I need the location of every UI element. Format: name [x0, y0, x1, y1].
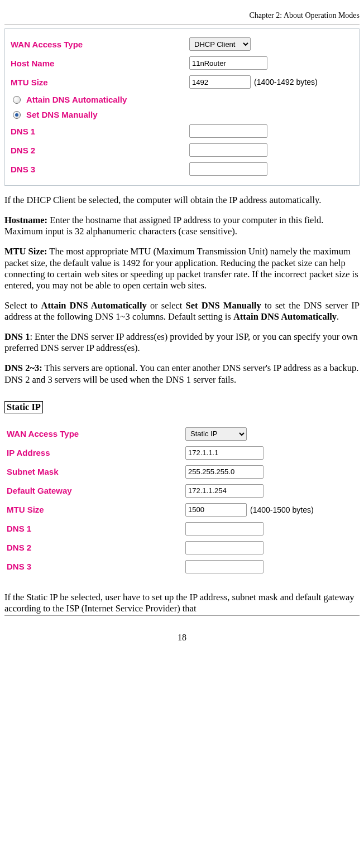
input-subnet-mask[interactable] — [185, 465, 264, 479]
label-static-wan-access-type: WAN Access Type — [6, 429, 185, 438]
header-rule — [4, 25, 360, 25]
row-default-gateway: Default Gateway — [6, 481, 358, 500]
row-dns2: DNS 2 — [9, 141, 355, 160]
para-dns23: DNS 2~3: This servers are optional. You … — [4, 363, 360, 385]
select-static-wan-access-type[interactable]: Static IP — [185, 427, 247, 441]
row-ip-address: IP Address — [6, 443, 358, 462]
label-static-dns1: DNS 1 — [6, 524, 185, 533]
text-dns23: This servers are optional. You can enter… — [4, 363, 358, 384]
text-dns-select-pre: Select to — [4, 300, 41, 311]
para-dns1: DNS 1: Enter the DNS server IP address(e… — [4, 331, 360, 354]
label-mtu-bold: MTU Size: — [4, 246, 47, 257]
input-static-mtu-size[interactable] — [185, 503, 247, 517]
label-static-mtu-size: MTU Size — [6, 505, 185, 514]
input-dns3[interactable] — [189, 162, 267, 176]
text-dns-select-mid: or select — [147, 300, 186, 311]
row-static-wan-access-type: WAN Access Type Static IP — [6, 425, 358, 443]
label-default-gateway: Default Gateway — [6, 486, 185, 495]
footer-rule — [4, 615, 360, 616]
row-radio-set-dns-manually: Set DNS Manually — [9, 107, 355, 122]
row-static-mtu-size: MTU Size (1400-1500 bytes) — [6, 500, 358, 519]
label-dns1: DNS 1 — [9, 127, 189, 136]
para-dhcp-intro: If the DHCP Client be selected, the comp… — [4, 195, 360, 206]
label-set-dns-manually: Set DNS Manually — [26, 110, 98, 119]
text-hostname: Enter the hostname that assigned IP addr… — [4, 215, 323, 237]
input-static-dns1[interactable] — [185, 522, 264, 536]
select-wan-access-type[interactable]: DHCP Client — [189, 37, 251, 51]
input-ip-address[interactable] — [185, 446, 264, 460]
label-static-dns3: DNS 3 — [6, 562, 185, 571]
page-number: 18 — [4, 633, 360, 643]
para-dns-select: Select to Attain DNS Automatically or se… — [4, 300, 360, 322]
label-wan-access-type: WAN Access Type — [9, 40, 189, 49]
label-host-name: Host Name — [9, 59, 189, 68]
label-attain-dns: Attain DNS Automatically — [26, 95, 127, 104]
row-dns3: DNS 3 — [9, 160, 355, 179]
row-subnet-mask: Subnet Mask — [6, 462, 358, 481]
hint-static-mtu-range: (1400-1500 bytes) — [250, 505, 314, 514]
row-static-dns2: DNS 2 — [6, 538, 358, 557]
label-hostname-bold: Hostname: — [4, 215, 47, 225]
para-static-intro: If the Static IP be selected, user have … — [4, 592, 360, 614]
input-static-dns3[interactable] — [185, 560, 264, 573]
dhcp-form-panel: WAN Access Type DHCP Client Host Name MT… — [4, 28, 360, 186]
row-wan-access-type: WAN Access Type DHCP Client — [9, 35, 355, 54]
text-dns-select-b2: Set DNS Manually — [186, 300, 261, 311]
label-subnet-mask: Subnet Mask — [6, 467, 185, 476]
text-dns-select-post2: . — [337, 311, 339, 322]
label-dns23-bold: DNS 2~3: — [4, 363, 42, 373]
label-static-dns2: DNS 2 — [6, 543, 185, 552]
label-ip-address: IP Address — [6, 448, 185, 457]
section-tag-static-ip: Static IP — [4, 401, 43, 413]
label-dns2: DNS 2 — [9, 146, 189, 155]
label-mtu-size: MTU Size — [9, 78, 189, 87]
input-dns1[interactable] — [189, 124, 267, 138]
label-dns1-bold: DNS 1 — [4, 331, 30, 342]
row-mtu-size: MTU Size (1400-1492 bytes) — [9, 73, 355, 91]
radio-set-dns-manually[interactable] — [13, 111, 21, 119]
para-hostname: Hostname: Enter the hostname that assign… — [4, 215, 360, 237]
chapter-header: Chapter 2: About Operation Modes — [4, 11, 360, 20]
row-static-dns1: DNS 1 — [6, 519, 358, 538]
input-static-dns2[interactable] — [185, 541, 264, 554]
input-host-name[interactable] — [189, 56, 267, 70]
row-dns1: DNS 1 — [9, 122, 355, 141]
para-mtu: MTU Size: The most appropriate MTU (Maxi… — [4, 246, 360, 291]
input-default-gateway[interactable] — [185, 484, 264, 498]
row-radio-attain-dns: Attain DNS Automatically — [9, 91, 355, 107]
text-dns-select-b1: Attain DNS Automatically — [41, 300, 146, 311]
text-dns1: : Enter the DNS server IP address(es) pr… — [4, 331, 358, 353]
static-ip-form-panel: WAN Access Type Static IP IP Address Sub… — [4, 419, 360, 583]
input-dns2[interactable] — [189, 143, 267, 157]
text-mtu: The most appropriate MTU (Maximum Transm… — [4, 246, 358, 290]
input-mtu-size[interactable] — [189, 75, 251, 89]
radio-attain-dns[interactable] — [13, 96, 21, 104]
row-host-name: Host Name — [9, 54, 355, 73]
label-dns3: DNS 3 — [9, 165, 189, 174]
hint-mtu-range: (1400-1492 bytes) — [254, 78, 318, 86]
text-dns-select-b3: Attain DNS Automatically — [233, 311, 337, 322]
row-static-dns3: DNS 3 — [6, 557, 358, 576]
